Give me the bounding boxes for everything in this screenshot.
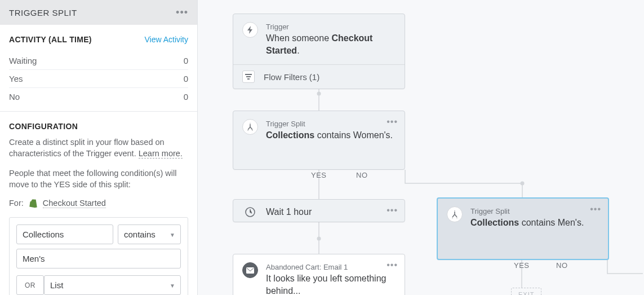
stat-row-no: No 0: [9, 88, 188, 105]
trigger-node[interactable]: Trigger When someone Checkout Started. F…: [233, 14, 405, 89]
rule-builder: contains ▼ OR List ▼: [9, 217, 188, 295]
configuration-description: Create a distinct split in your flow bas…: [9, 137, 188, 160]
trigger-split-node[interactable]: ••• Trigger Split Collections contains W…: [233, 111, 405, 170]
flow-filters-row[interactable]: Flow Filters (1): [233, 64, 405, 89]
email-icon: [242, 262, 258, 278]
flow-canvas[interactable]: Trigger When someone Checkout Started. F…: [198, 0, 644, 295]
stat-row-waiting: Waiting 0: [9, 52, 188, 70]
node-label: Trigger Split: [266, 120, 396, 128]
node-label: Abandoned Cart: Email 1: [266, 263, 396, 271]
type-select[interactable]: List: [44, 275, 181, 295]
stat-label: Yes: [9, 74, 23, 83]
value-input[interactable]: [16, 249, 181, 268]
node-text: Collections contains Women's.: [266, 129, 396, 142]
exit-node[interactable]: EXIT: [511, 288, 541, 295]
connector-dot: [317, 92, 321, 96]
operator-select[interactable]: contains: [118, 224, 181, 244]
no-label: NO: [556, 261, 568, 270]
no-label: NO: [356, 171, 368, 179]
condition-intro: People that meet the following condition…: [9, 168, 188, 191]
node-text: It looks like you left something behind.…: [266, 272, 396, 295]
node-menu-button[interactable]: •••: [387, 205, 398, 215]
activity-heading: ACTIVITY (ALL TIME): [9, 35, 92, 44]
node-menu-button[interactable]: •••: [387, 260, 398, 270]
configuration-heading: CONFIGURATION: [9, 122, 188, 131]
panel-title: TRIGGER SPLIT: [9, 8, 77, 17]
stat-label: Waiting: [9, 56, 37, 65]
shopify-icon: [28, 198, 38, 208]
view-activity-link[interactable]: View Activity: [144, 35, 188, 44]
node-text: Wait 1 hour: [266, 206, 312, 218]
node-label: Trigger Split: [470, 207, 599, 215]
connector-dot: [317, 237, 321, 241]
stat-value: 0: [184, 92, 188, 102]
node-menu-button[interactable]: •••: [387, 117, 398, 127]
flow-filters-label: Flow Filters (1): [264, 72, 319, 82]
node-label: Trigger: [266, 23, 396, 31]
for-row: For: Checkout Started: [9, 198, 188, 208]
node-menu-button[interactable]: •••: [590, 204, 601, 214]
stat-value: 0: [184, 74, 188, 83]
stat-row-yes: Yes 0: [9, 70, 188, 88]
property-input[interactable]: [16, 224, 113, 244]
bolt-icon: [242, 22, 258, 38]
trigger-split-node-selected[interactable]: ••• Trigger Split Collections contains M…: [437, 197, 609, 260]
learn-more-link[interactable]: Learn more.: [139, 149, 183, 158]
svg-rect-5: [246, 267, 254, 274]
split-icon: [242, 119, 258, 135]
wait-node[interactable]: ••• Wait 1 hour: [233, 199, 405, 222]
for-label: For:: [9, 199, 24, 208]
panel-header: TRIGGER SPLIT •••: [0, 0, 197, 25]
split-icon: [447, 206, 463, 222]
node-text: Collections contains Men's.: [470, 217, 599, 229]
node-text: When someone Checkout Started.: [266, 32, 396, 56]
side-panel: TRIGGER SPLIT ••• ACTIVITY (ALL TIME) Vi…: [0, 0, 198, 295]
or-button[interactable]: OR: [16, 275, 44, 295]
panel-menu-button[interactable]: •••: [176, 7, 188, 19]
yes-label: YES: [514, 261, 530, 270]
yes-label: YES: [311, 171, 327, 179]
clock-icon: [242, 204, 258, 220]
connector-dot: [521, 182, 525, 186]
email-node[interactable]: ••• Abandoned Cart: Email 1 It looks lik…: [233, 254, 405, 295]
filter-icon: [242, 71, 255, 83]
configuration-section: CONFIGURATION Create a distinct split in…: [0, 112, 197, 295]
activity-section: ACTIVITY (ALL TIME) View Activity Waitin…: [0, 25, 197, 112]
stat-value: 0: [184, 56, 188, 65]
for-event-link[interactable]: Checkout Started: [43, 199, 106, 208]
stat-label: No: [9, 92, 20, 102]
